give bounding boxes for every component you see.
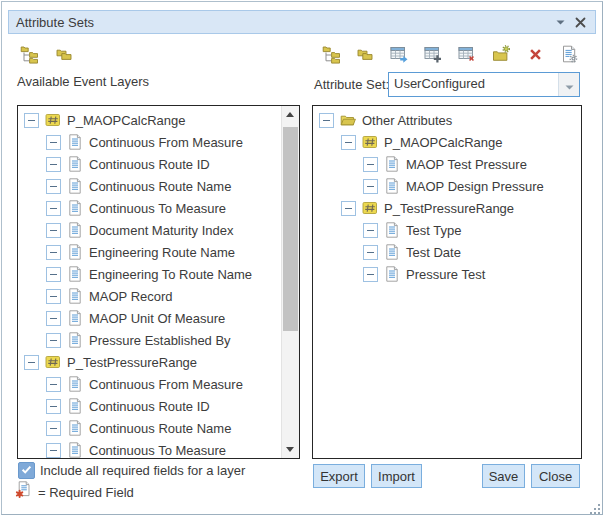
tree-item[interactable]: Continuous Route ID	[18, 153, 282, 175]
tree-item[interactable]: Continuous Route Name	[18, 417, 282, 439]
scrollbar-thumb[interactable]	[283, 127, 298, 331]
import-button[interactable]: Import	[371, 464, 422, 488]
resize-grip[interactable]	[589, 501, 601, 513]
collapse-minus-icon[interactable]	[363, 267, 378, 282]
available-layers-tree: P_MAOPCalcRangeContinuous From MeasureCo…	[18, 106, 282, 458]
collapse-minus-icon[interactable]	[46, 333, 61, 348]
available-event-layers-label: Available Event Layers	[17, 74, 149, 89]
tree-item[interactable]: P_TestPressureRange	[313, 197, 581, 219]
tree-item[interactable]: Continuous To Measure	[18, 439, 282, 458]
chevron-down-icon	[565, 76, 574, 94]
collapse-minus-icon[interactable]	[46, 135, 61, 150]
attribute-set-combobox[interactable]: UserConfigured	[388, 72, 580, 97]
window-title: Attribute Sets	[9, 15, 94, 30]
collapse-minus-icon[interactable]	[363, 179, 378, 194]
scroll-down-icon[interactable]	[282, 441, 298, 458]
tree-item[interactable]: Engineering Route Name	[18, 241, 282, 263]
collapse-minus-icon[interactable]	[46, 201, 61, 216]
tree-item[interactable]: MAOP Test Pressure	[313, 153, 581, 175]
close-icon[interactable]	[575, 17, 586, 28]
table-add-button[interactable]	[422, 43, 444, 65]
field-icon	[67, 156, 83, 172]
collapse-minus-icon[interactable]	[46, 377, 61, 392]
tree-item-label: MAOP Record	[89, 289, 173, 304]
save-button[interactable]: Save	[482, 464, 525, 488]
delete-x-button[interactable]	[524, 43, 546, 65]
tree-item[interactable]: Engineering To Route Name	[18, 263, 282, 285]
collapse-minus-icon[interactable]	[363, 223, 378, 238]
tree-item-label: Continuous To Measure	[89, 201, 226, 216]
field-icon	[67, 398, 83, 414]
tree-item[interactable]: P_MAOPCalcRange	[18, 109, 282, 131]
expand-tree-icon	[20, 45, 39, 64]
expand-tree-button[interactable]	[320, 43, 342, 65]
tree-item[interactable]: Continuous From Measure	[18, 373, 282, 395]
field-icon	[384, 222, 400, 238]
tree-item[interactable]: Test Date	[313, 241, 581, 263]
attribute-sets-dialog: Attribute Sets Available Event Layers At…	[1, 1, 603, 515]
field-icon	[384, 266, 400, 282]
scroll-up-icon[interactable]	[282, 106, 298, 123]
collapse-minus-icon[interactable]	[341, 135, 356, 150]
include-required-fields-checkbox[interactable]	[18, 462, 35, 479]
tree-item[interactable]: Continuous Route Name	[18, 175, 282, 197]
collapse-minus-icon[interactable]	[46, 443, 61, 458]
tree-item-label: Pressure Test	[406, 267, 485, 282]
collapse-minus-icon[interactable]	[46, 223, 61, 238]
field-icon	[67, 420, 83, 436]
collapse-minus-icon[interactable]	[46, 311, 61, 326]
close-button[interactable]: Close	[531, 464, 580, 488]
tree-item[interactable]: Pressure Established By	[18, 329, 282, 351]
collapse-minus-icon[interactable]	[46, 245, 61, 260]
tree-item[interactable]: MAOP Unit Of Measure	[18, 307, 282, 329]
tree-item-label: Continuous Route Name	[89, 179, 231, 194]
required-field-icon	[15, 481, 32, 498]
tree-item[interactable]: MAOP Record	[18, 285, 282, 307]
tree-item[interactable]: Pressure Test	[313, 263, 581, 285]
tree-item-label: MAOP Test Pressure	[406, 157, 527, 172]
tree-item-label: Pressure Established By	[89, 333, 231, 348]
tree-item[interactable]: Document Maturity Index	[18, 219, 282, 241]
collapse-folders-button[interactable]	[53, 43, 75, 65]
export-button[interactable]: Export	[313, 464, 365, 488]
collapse-minus-icon[interactable]	[46, 421, 61, 436]
collapse-folders-button[interactable]	[354, 43, 376, 65]
collapse-minus-icon[interactable]	[46, 179, 61, 194]
tree-item-label: Test Type	[406, 223, 461, 238]
collapse-minus-icon[interactable]	[46, 157, 61, 172]
expand-tree-button[interactable]	[18, 43, 40, 65]
checkmark-icon	[20, 462, 33, 480]
collapse-minus-icon[interactable]	[46, 289, 61, 304]
collapse-minus-icon[interactable]	[341, 201, 356, 216]
tree-item[interactable]: Other Attributes	[313, 109, 581, 131]
collapse-folders-icon	[356, 45, 375, 64]
tree-item[interactable]: P_TestPressureRange	[18, 351, 282, 373]
tree-item-label: P_MAOPCalcRange	[384, 135, 503, 150]
titlebar-dropdown-icon[interactable]	[556, 20, 565, 25]
attribute-set-value[interactable]: UserConfigured	[389, 73, 558, 96]
collapse-minus-icon[interactable]	[363, 245, 378, 260]
collapse-minus-icon[interactable]	[24, 355, 39, 370]
tree-item[interactable]: Test Type	[313, 219, 581, 241]
tree-item[interactable]: Continuous Route ID	[18, 395, 282, 417]
tree-item-label: P_TestPressureRange	[384, 201, 514, 216]
attribute-set-dropdown-button[interactable]	[558, 73, 579, 96]
collapse-minus-icon[interactable]	[24, 113, 39, 128]
page-gear-button[interactable]	[558, 43, 580, 65]
tree-item[interactable]: P_MAOPCalcRange	[313, 131, 581, 153]
collapse-minus-icon[interactable]	[46, 399, 61, 414]
collapse-minus-icon[interactable]	[319, 113, 334, 128]
include-required-fields-label: Include all required fields for a layer	[40, 463, 245, 478]
titlebar[interactable]: Attribute Sets	[8, 10, 596, 34]
collapse-minus-icon[interactable]	[363, 157, 378, 172]
folder-new-button[interactable]	[490, 43, 512, 65]
collapse-minus-icon[interactable]	[46, 267, 61, 282]
vertical-scrollbar[interactable]	[281, 106, 299, 458]
required-field-legend: = Required Field	[38, 485, 134, 500]
table-remove-button[interactable]	[456, 43, 478, 65]
tree-item[interactable]: Continuous To Measure	[18, 197, 282, 219]
tree-item[interactable]: MAOP Design Pressure	[313, 175, 581, 197]
table-arrow-button[interactable]	[388, 43, 410, 65]
tree-item-label: Engineering To Route Name	[89, 267, 252, 282]
tree-item[interactable]: Continuous From Measure	[18, 131, 282, 153]
